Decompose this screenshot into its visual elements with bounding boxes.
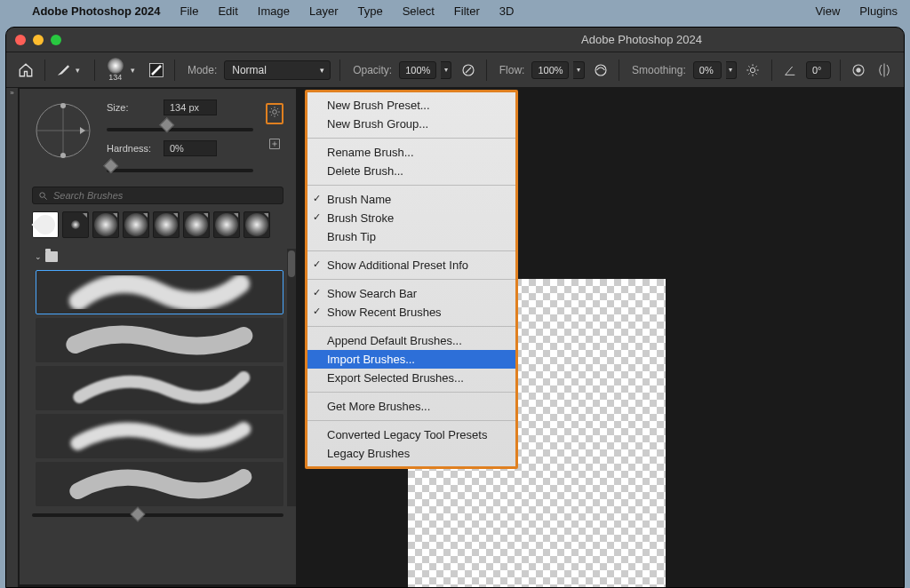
brush-thumb[interactable] — [153, 211, 180, 238]
opacity-label: Opacity: — [353, 64, 392, 76]
menu-plugins[interactable]: Plugins — [859, 4, 898, 18]
tool-preset-chevron-icon[interactable]: ▾ — [76, 66, 82, 75]
menu-separator — [307, 279, 515, 280]
brush-thumb[interactable] — [243, 211, 270, 238]
brush-stroke-preview[interactable] — [36, 462, 283, 506]
ctx-item-import-brushes[interactable]: Import Brushes... — [307, 350, 515, 369]
smoothing-gear-icon[interactable] — [744, 60, 762, 81]
brush-stroke-preview[interactable] — [36, 318, 283, 362]
brush-thumb[interactable] — [62, 211, 89, 238]
options-bar: ▾ 134 ▾ Mode: Normal Opacity: 100% ▾ Flo… — [6, 52, 904, 88]
brush-thumb[interactable] — [92, 211, 119, 238]
svg-point-12 — [273, 110, 277, 115]
app-window: Adobe Photoshop 2024 ▾ 134 ▾ Mode: Norma… — [5, 27, 905, 588]
hardness-field[interactable]: 0% — [164, 140, 217, 156]
menu-type[interactable]: Type — [358, 4, 383, 18]
flow-field[interactable]: 100% — [531, 61, 569, 79]
ctx-item-show-additional-preset-info[interactable]: Show Additional Preset Info — [307, 256, 515, 274]
size-field[interactable]: 134 px — [164, 99, 217, 115]
menu-edit[interactable]: Edit — [218, 4, 237, 18]
size-slider[interactable] — [107, 128, 253, 131]
brush-thumb[interactable] — [123, 211, 149, 238]
brush-panel-context-menu: New Brush Preset...New Brush Group...Ren… — [305, 90, 518, 469]
flow-chevron-icon[interactable]: ▾ — [573, 61, 584, 79]
ctx-item-get-more-brushes[interactable]: Get More Brushes... — [307, 397, 515, 416]
recent-brushes-row — [20, 211, 296, 245]
brush-panel-gear-icon[interactable] — [266, 103, 283, 124]
ctx-item-rename-brush[interactable]: Rename Brush... — [307, 143, 515, 162]
folder-icon — [45, 251, 58, 262]
menu-separator — [307, 326, 515, 327]
home-icon[interactable] — [17, 60, 36, 81]
opacity-field[interactable]: 100% — [399, 61, 436, 79]
brush-thumb[interactable] — [183, 211, 210, 238]
menu-separator — [307, 392, 515, 393]
menu-separator — [307, 138, 515, 139]
angle-field[interactable]: 0° — [806, 61, 831, 79]
hardness-slider[interactable] — [107, 169, 253, 172]
ctx-item-brush-tip[interactable]: Brush Tip — [307, 227, 515, 246]
thumbnail-size-slider[interactable] — [32, 513, 283, 517]
opacity-chevron-icon[interactable]: ▾ — [441, 61, 451, 79]
brush-stroke-preview[interactable] — [36, 366, 283, 410]
pressure-opacity-icon[interactable] — [459, 60, 477, 81]
menu-layer[interactable]: Layer — [309, 4, 339, 18]
menu-separator — [307, 185, 515, 186]
new-preset-icon[interactable] — [267, 137, 282, 155]
brush-thumb[interactable] — [32, 211, 59, 238]
menu-select[interactable]: Select — [403, 4, 435, 18]
menu-view[interactable]: View — [815, 4, 840, 18]
brush-folder-toggle[interactable]: ⌄ — [32, 249, 287, 265]
brush-picker-panel: Size: 134 px Hardness: 0% Sea — [19, 88, 297, 585]
pressure-size-icon[interactable] — [850, 60, 868, 81]
menu-image[interactable]: Image — [258, 4, 290, 18]
brush-list-scrollbar[interactable] — [287, 249, 296, 506]
ctx-item-brush-stroke[interactable]: Brush Stroke — [307, 209, 515, 227]
svg-marker-11 — [80, 127, 85, 134]
brush-settings-icon[interactable] — [147, 60, 165, 81]
ctx-item-export-selected-brushes[interactable]: Export Selected Brushes... — [307, 369, 515, 387]
svg-point-16 — [40, 192, 45, 197]
mode-label: Mode: — [188, 64, 217, 76]
ctx-item-legacy-brushes[interactable]: Legacy Brushes — [307, 444, 515, 463]
ctx-item-new-brush-preset[interactable]: New Brush Preset... — [307, 96, 515, 115]
mode-select[interactable]: Normal — [224, 60, 331, 80]
ctx-item-brush-name[interactable]: Brush Name — [307, 190, 515, 209]
brush-tool-icon[interactable] — [53, 60, 72, 81]
smoothing-label: Smoothing: — [632, 64, 686, 76]
menu-file[interactable]: File — [180, 4, 198, 18]
brush-thumb[interactable] — [213, 211, 240, 238]
brush-list[interactable]: ⌄ — [32, 249, 287, 506]
svg-point-10 — [60, 153, 66, 158]
ctx-item-append-default-brushes[interactable]: Append Default Brushes... — [307, 331, 515, 350]
menu-3d[interactable]: 3D — [499, 4, 515, 18]
brush-search-input[interactable]: Search Brushes — [32, 187, 283, 204]
angle-icon[interactable] — [780, 60, 799, 81]
ctx-item-converted-legacy-tool-presets[interactable]: Converted Legacy Tool Presets — [307, 425, 515, 444]
workspace: » Size: 134 px Hardness: — [6, 88, 904, 587]
chevron-down-icon: ⌄ — [35, 252, 42, 261]
flow-label: Flow: — [499, 64, 525, 76]
brush-stroke-preview[interactable] — [36, 270, 283, 314]
brush-preset-picker[interactable]: 134 — [104, 58, 127, 82]
tool-panel-collapsed[interactable]: » — [6, 88, 19, 587]
hardness-label: Hardness: — [107, 143, 156, 154]
window-title: Adobe Photoshop 2024 — [6, 33, 904, 46]
app-name[interactable]: Adobe Photoshop 2024 — [32, 4, 160, 18]
smoothing-chevron-icon[interactable]: ▾ — [726, 61, 737, 79]
ctx-item-show-search-bar[interactable]: Show Search Bar — [307, 284, 515, 303]
ctx-item-delete-brush[interactable]: Delete Brush... — [307, 162, 515, 180]
svg-line-17 — [44, 196, 47, 199]
brush-stroke-preview[interactable] — [36, 414, 283, 458]
ctx-item-show-recent-brushes[interactable]: Show Recent Brushes — [307, 303, 515, 322]
titlebar: Adobe Photoshop 2024 — [6, 28, 904, 52]
menu-separator — [307, 250, 515, 251]
brush-picker-chevron-icon[interactable]: ▾ — [131, 66, 137, 75]
brush-angle-widget[interactable] — [32, 99, 94, 162]
menu-filter[interactable]: Filter — [454, 4, 480, 18]
airbrush-icon[interactable] — [592, 60, 611, 81]
ctx-item-new-brush-group[interactable]: New Brush Group... — [307, 115, 515, 133]
symmetry-icon[interactable] — [874, 60, 893, 81]
smoothing-field[interactable]: 0% — [693, 61, 722, 79]
mac-menubar: Adobe Photoshop 2024 File Edit Image Lay… — [0, 0, 910, 21]
